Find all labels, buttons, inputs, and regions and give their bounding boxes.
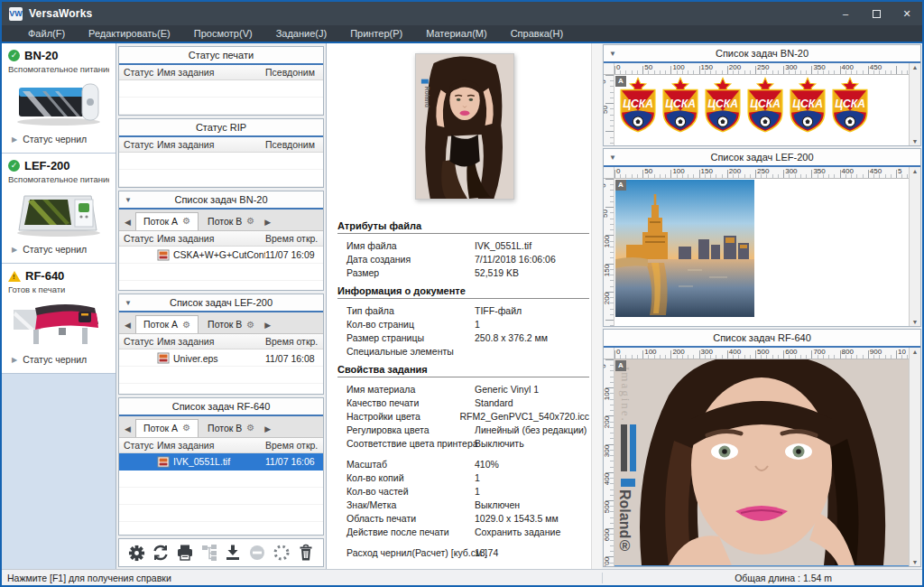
job-time: 11/07 16:09 — [265, 249, 323, 260]
processing-icon[interactable] — [272, 543, 291, 563]
collapse-arrow-icon[interactable]: ▼ — [609, 45, 616, 62]
menu-item-printer[interactable]: Принтер(P) — [338, 25, 414, 42]
job-details-panel: Roland Атрибуты файлаИмя файлаIVK_0551L.… — [327, 43, 602, 569]
property-row: Знак/МеткаВыключен — [337, 498, 589, 511]
tab-stream-a[interactable]: Поток A⚙ — [135, 419, 199, 437]
menu-item-view[interactable]: Просмотр(V) — [182, 25, 264, 42]
tab-scroll-right-icon[interactable]: ▶ — [262, 218, 273, 230]
job-preview-image[interactable]: Roland — [415, 53, 514, 200]
preview-pane-lef200: ▼ Список задач LEF-200 05010015020025030… — [603, 148, 921, 327]
job-row-cska[interactable]: CSKA+W+G+CutContour-One... 11/07 16:09 — [119, 247, 323, 264]
property-value: 1029.0 x 1543.5 мм — [475, 513, 589, 524]
close-button[interactable]: ✕ — [892, 2, 922, 25]
menu-item-job[interactable]: Задание(J) — [264, 25, 338, 42]
cska-logo[interactable] — [661, 77, 700, 133]
delete-icon[interactable] — [296, 543, 316, 563]
panel-title: ▼ Список задач BN-20 — [119, 191, 323, 210]
job-row-univer[interactable]: Univer.eps 11/07 16:08 — [119, 349, 323, 367]
property-value: TIFF-файл — [475, 305, 589, 316]
maximize-button[interactable] — [861, 2, 892, 25]
tab-scroll-left-icon[interactable]: ◀ — [122, 321, 134, 333]
ruler-tick-label: 100 — [604, 388, 611, 400]
ruler-tick-label: 600 — [604, 529, 611, 541]
tab-stream-b[interactable]: Поток B⚙ — [200, 420, 262, 437]
remove-icon[interactable] — [247, 543, 267, 563]
property-row: Тип файлаTIFF-файл — [337, 303, 589, 317]
ink-status-expander[interactable]: ▶ Статус чернил — [8, 244, 109, 255]
property-label: Размер — [337, 267, 475, 278]
tab-stream-b[interactable]: Поток B⚙ — [200, 316, 262, 333]
property-row: Настройки цветаRFM2_GenPVC1_540x720.icc — [337, 409, 589, 423]
ink-status-expander[interactable]: ▶ Статус чернил — [8, 134, 109, 144]
tab-label: Поток A — [143, 216, 178, 227]
scroll-up-icon[interactable]: ▲ — [912, 168, 919, 174]
refresh-icon[interactable] — [151, 543, 171, 563]
scroll-down-icon[interactable]: ▼ — [912, 559, 919, 565]
property-label: Соответствие цвета принтера — [337, 438, 475, 449]
ink-status-label: Статус чернил — [23, 354, 87, 365]
scroll-down-icon[interactable]: ▼ — [912, 138, 919, 144]
scroll-up-icon[interactable]: ▲ — [912, 64, 919, 70]
tab-scroll-left-icon[interactable]: ◀ — [122, 424, 134, 437]
ruler-tick-label: 100 — [672, 63, 684, 71]
menu-item-edit[interactable]: Редактировать(E) — [77, 25, 182, 42]
minimize-button[interactable]: – — [830, 2, 861, 25]
vertical-scrollbar[interactable]: ▲▼ — [909, 167, 920, 326]
print-icon[interactable] — [175, 543, 195, 563]
menu-item-help[interactable]: Справка(H) — [499, 25, 575, 42]
vertical-scrollbar[interactable]: ▲▼ — [909, 63, 920, 145]
gear-icon[interactable]: ⚙ — [246, 423, 254, 433]
tab-scroll-left-icon[interactable]: ◀ — [122, 218, 134, 230]
rip-status-list[interactable] — [119, 153, 323, 187]
cska-logo[interactable] — [788, 77, 827, 133]
menu-item-media[interactable]: Материал(M) — [414, 25, 498, 42]
tab-label: Поток A — [143, 423, 178, 433]
property-value: 7/11/2018 16:06:06 — [475, 254, 589, 265]
tab-stream-b[interactable]: Поток B⚙ — [200, 213, 262, 230]
cska-logo[interactable] — [830, 77, 870, 133]
tab-label: Поток B — [208, 319, 242, 330]
tab-scroll-right-icon[interactable]: ▶ — [262, 321, 273, 333]
tab-stream-a[interactable]: Поток A⚙ — [135, 212, 199, 230]
collapse-arrow-icon[interactable]: ▼ — [609, 149, 616, 166]
column-name: Имя задания — [157, 67, 265, 78]
layout-canvas-lef200[interactable]: A — [614, 179, 909, 326]
city-photo[interactable] — [615, 180, 754, 317]
details-scrollbar[interactable] — [591, 43, 602, 569]
gear-icon[interactable]: ⚙ — [182, 320, 190, 330]
tab-label: Поток A — [143, 319, 178, 330]
collapse-arrow-icon[interactable]: ▼ — [125, 294, 132, 312]
roland-watermark: Roland® — [616, 489, 633, 554]
column-time: Время откр. — [265, 336, 323, 347]
printer-card-rf640[interactable]: RF-640 Готов к печати — [2, 264, 116, 374]
cska-logo[interactable] — [745, 77, 785, 133]
ink-status-expander[interactable]: ▶ Статус чернил — [8, 354, 109, 365]
layout-canvas-rf640[interactable]: A — [614, 359, 909, 566]
scroll-up-icon[interactable]: ▲ — [912, 349, 919, 355]
tab-stream-a[interactable]: Поток A⚙ — [135, 315, 199, 333]
layout-canvas-bn20[interactable]: A — [614, 75, 909, 145]
nest-icon[interactable] — [199, 543, 219, 563]
scroll-down-icon[interactable]: ▼ — [912, 319, 919, 325]
gear-icon[interactable]: ⚙ — [246, 216, 254, 226]
status-warning-icon — [8, 271, 21, 282]
rip-status-panel: Статус RIP Статус Имя задания Псевдоним — [118, 118, 324, 188]
gear-icon[interactable]: ⚙ — [246, 320, 254, 330]
settings-icon[interactable] — [126, 543, 146, 563]
property-row: Размер52,519 KB — [337, 266, 589, 279]
import-icon[interactable] — [223, 543, 243, 563]
job-row-ivk-selected[interactable]: IVK_0551L.tif 11/07 16:06 — [119, 453, 323, 471]
ruler-tick-label: 200 — [604, 293, 611, 304]
menu-item-file[interactable]: Файл(F) — [16, 25, 77, 42]
gear-icon[interactable]: ⚙ — [182, 423, 190, 433]
ruler-tick-label: 350 — [813, 63, 825, 71]
vertical-scrollbar[interactable]: ▲▼ — [909, 348, 920, 566]
gear-icon[interactable]: ⚙ — [182, 216, 190, 226]
tab-scroll-right-icon[interactable]: ▶ — [262, 424, 273, 437]
job-file-icon — [157, 352, 170, 364]
collapse-arrow-icon[interactable]: ▼ — [125, 191, 132, 209]
print-status-list[interactable] — [119, 80, 323, 115]
printer-card-lef200[interactable]: ✓ LEF-200 Вспомогательное питание... — [2, 154, 116, 264]
cska-logo[interactable] — [703, 77, 743, 133]
printer-card-bn20[interactable]: ✓ BN-20 Вспомогательное питание... — [2, 43, 116, 154]
